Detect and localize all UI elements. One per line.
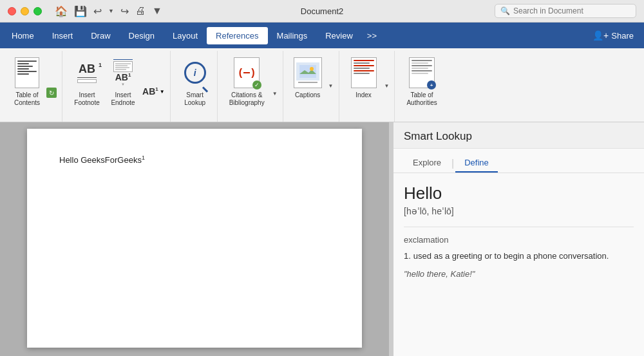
footnote-icon: AB 1 [74,56,100,89]
close-button[interactable] [8,7,16,15]
ribbon: Table ofContents ↻ AB 1 InsertFo [0,48,644,122]
menu-item-home[interactable]: Home [3,27,43,44]
toc-refresh-button[interactable]: ↻ [46,88,57,98]
sp-example: "hello there, Katie!" [404,268,634,281]
search-bar[interactable]: 🔍 [495,4,636,18]
insert-footnote-label: InsertFootnote [74,91,99,107]
superscript: 1 [142,155,145,161]
citations-bibliography-button[interactable]: ( ) ✓ Citations &Bibliography [225,53,269,109]
menu-item-draw[interactable]: Draw [82,27,119,44]
smart-panel-header: Smart Lookup [393,122,644,149]
svg-point-1 [310,67,314,71]
toc-button-label: Table ofContents [14,91,40,107]
menu-item-mailings[interactable]: Mailings [268,27,317,44]
more-commands-icon[interactable]: ▼ [152,5,162,17]
citations-label: Citations &Bibliography [229,91,265,107]
smart-panel-tabs: Explore | Define [393,149,644,173]
title-bar: 🏠 💾 ↩ ▼ ↪ 🖨 ▼ Document2 🔍 [0,0,644,23]
citations-icon: ( ) ✓ [234,56,260,89]
document-page: Hello GeeksForGeeks1 [27,129,362,348]
tab-explore[interactable]: Explore [404,154,450,173]
insert-footnote-button[interactable]: AB 1 InsertFootnote [70,53,104,109]
document-content: Hello GeeksForGeeks1 [59,155,330,165]
footnote-nav: AB1 ▼ [142,86,165,97]
menu-item-design[interactable]: Design [120,27,164,44]
footnotes-ribbon-group: AB 1 InsertFootnote [65,51,171,122]
sp-type: exclamation [404,235,634,245]
insert-endnote-label: InsertEndnote [111,91,135,107]
smart-lookup-button[interactable]: i SmartLookup [178,53,212,109]
menu-item-references[interactable]: References [207,27,267,44]
tab-divider: | [451,158,454,169]
toc-refresh-area: ↻ [46,88,57,98]
index-button[interactable]: Index [347,53,381,102]
sp-word: Hello [404,183,634,203]
citations-ribbon-group: ( ) ✓ Citations &Bibliography ▼ [220,51,283,122]
menu-bar: Home Insert Draw Design Layout Reference… [0,23,644,48]
endnote-icon: AB1 ▼ [110,56,136,89]
table-of-authorities-button[interactable]: + Table ofAuthorities [402,53,440,109]
sp-separator [404,227,634,227]
menu-item-review[interactable]: Review [316,27,362,44]
back-icon[interactable]: 🏠 [55,5,68,17]
share-button[interactable]: 👤+ Share [585,26,641,44]
toc-ribbon-group: Table ofContents ↻ [5,51,62,122]
captions-dropdown[interactable]: ▼ [327,83,334,89]
redo-icon[interactable]: ↪ [120,5,129,17]
undo-icon[interactable]: ↩ [93,5,102,17]
insert-endnote-button[interactable]: AB1 ▼ InsertEndnote [106,53,140,109]
index-dropdown[interactable]: ▼ [383,83,390,89]
footnote-buttons: AB 1 InsertFootnote [70,53,165,109]
search-icon: 🔍 [500,6,510,15]
index-icon [351,56,377,89]
menu-more-icon[interactable]: >> [362,27,382,44]
smart-lookup-panel: Smart Lookup Explore | Define Hello [həˈ… [393,122,644,356]
captions-image-svg [299,65,316,78]
tab-define[interactable]: Define [455,154,498,173]
menu-item-layout[interactable]: Layout [164,27,207,44]
document-title: Document2 [301,6,343,16]
captions-ribbon-group: Captions ▼ [286,51,339,122]
smart-panel-body: Hello [həˈlō, heˈlō] exclamation 1.used … [393,173,644,356]
main-area: Hello GeeksForGeeks1 Smart Lookup Explor… [0,122,644,356]
share-icon: 👤+ [592,30,609,41]
menu-item-insert[interactable]: Insert [43,27,82,44]
authorities-ribbon-group: + Table ofAuthorities [397,51,446,122]
captions-icon [295,56,321,89]
print-icon[interactable]: 🖨 [135,5,146,17]
undo-dropdown-icon[interactable]: ▼ [108,8,114,14]
sp-def-num: 1. [404,251,411,261]
traffic-lights [8,7,42,15]
search-input[interactable] [513,6,630,15]
sp-pronunciation: [həˈlō, heˈlō] [404,206,634,216]
smart-lookup-buttons: i SmartLookup [178,53,212,109]
authorities-icon: + [409,56,435,89]
save-icon[interactable]: 💾 [74,5,87,17]
authorities-buttons: + Table ofAuthorities [402,53,440,109]
titlebar-icons: 🏠 💾 ↩ ▼ ↪ 🖨 ▼ [55,5,162,17]
captions-buttons: Captions ▼ [291,53,334,102]
index-label: Index [355,91,371,99]
smart-panel-title: Smart Lookup [404,130,634,143]
sp-definition: 1.used as a greeting or to begin a phone… [404,250,634,263]
next-footnote-button[interactable]: AB1 ▼ [142,86,165,97]
citations-buttons: ( ) ✓ Citations &Bibliography ▼ [225,53,278,109]
maximize-button[interactable] [33,7,42,15]
citations-dropdown[interactable]: ▼ [271,91,278,97]
index-buttons: Index ▼ [347,53,390,102]
toc-buttons: Table ofContents ↻ [10,53,57,109]
captions-button[interactable]: Captions [291,53,325,102]
document-area[interactable]: Hello GeeksForGeeks1 [0,122,389,356]
index-ribbon-group: Index ▼ [342,51,395,122]
smart-lookup-label: SmartLookup [184,91,205,107]
authorities-label: Table ofAuthorities [406,91,437,107]
smart-lookup-ribbon-group: i SmartLookup [173,51,218,122]
smart-lookup-icon: i [182,56,208,89]
toc-icon [14,56,40,89]
svg-rect-0 [299,65,316,78]
captions-label: Captions [295,91,320,99]
table-of-contents-button[interactable]: Table ofContents [10,53,44,109]
minimize-button[interactable] [21,7,29,15]
